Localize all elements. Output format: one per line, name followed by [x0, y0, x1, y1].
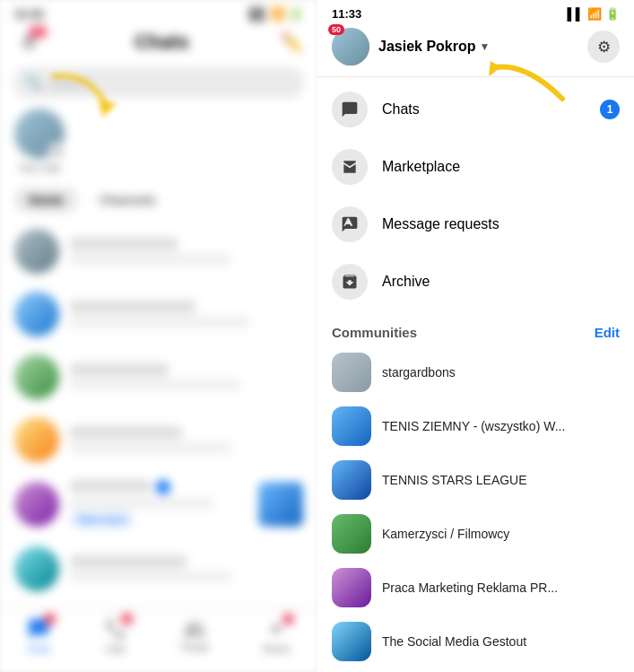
- community-item[interactable]: TENIS ZIEMNY - (wszystko) W...: [317, 399, 634, 453]
- profile-avatar: 50: [332, 28, 369, 65]
- left-panel: 11:31 ▌▌ 📶 🔋 ☰ 41 Chats ✏️ 🔍 Search: [0, 0, 317, 672]
- community-item[interactable]: Praca Marketing Reklama PR...: [317, 561, 634, 615]
- menu-message-requests-label: Message requests: [382, 216, 620, 232]
- wifi-icon: 📶: [587, 7, 602, 21]
- right-time: 11:33: [332, 7, 361, 21]
- community-name: Praca Marketing Reklama PR...: [382, 580, 558, 595]
- community-name: Kamerzysci / Filmowcy: [382, 527, 509, 541]
- chevron-down-icon: ▼: [480, 40, 491, 53]
- communities-edit-button[interactable]: Edit: [595, 325, 620, 340]
- community-list: stargardbons TENIS ZIEMNY - (wszystko) W…: [317, 345, 634, 672]
- community-avatar: [332, 460, 371, 500]
- message-requests-icon: [332, 206, 368, 242]
- menu-archive-label: Archive: [382, 274, 620, 290]
- menu-marketplace-label: Marketplace: [382, 159, 620, 175]
- profile-name-row: Jasiek Pokrop ▼: [378, 39, 490, 55]
- community-name: stargardbons: [382, 365, 456, 380]
- gear-icon: ⚙: [597, 38, 611, 57]
- battery-icon: 🔋: [605, 7, 620, 21]
- menu-item-chats[interactable]: Chats 1: [317, 81, 634, 138]
- menu-list: Chats 1 Marketplace Message requests: [317, 77, 634, 314]
- right-status-bar: 11:33 ▌▌ 📶 🔋: [317, 0, 634, 24]
- right-status-icons: ▌▌ 📶 🔋: [568, 7, 620, 21]
- menu-item-message-requests[interactable]: Message requests: [317, 196, 634, 253]
- community-avatar: [332, 514, 371, 554]
- community-avatar: [332, 622, 371, 661]
- signal-icon: ▌▌: [568, 7, 584, 21]
- chats-badge: 1: [600, 100, 620, 119]
- right-panel: 11:33 ▌▌ 📶 🔋 50 Jasiek Pokrop ▼ ⚙: [317, 0, 634, 672]
- community-item[interactable]: The Social Media Gestout: [317, 615, 634, 668]
- community-name: TENIS ZIEMNY - (wszystko) W...: [382, 419, 565, 433]
- community-avatar: [332, 353, 371, 392]
- profile-name-text: Jasiek Pokrop: [378, 39, 476, 55]
- community-avatar: [332, 568, 371, 607]
- marketplace-menu-icon: [332, 149, 368, 185]
- communities-title: Communities: [332, 325, 417, 340]
- community-avatar: [332, 406, 371, 446]
- menu-item-archive[interactable]: Archive: [317, 253, 634, 310]
- community-item[interactable]: Kamerzysci / Filmowcy: [317, 507, 634, 561]
- right-header: 50 Jasiek Pokrop ▼ ⚙: [317, 24, 634, 77]
- menu-item-marketplace[interactable]: Marketplace: [317, 138, 634, 196]
- communities-section-header: Communities Edit: [317, 314, 634, 345]
- archive-menu-icon: [332, 264, 368, 300]
- community-item[interactable]: stargardbons: [317, 345, 634, 399]
- chats-menu-icon: [332, 92, 368, 127]
- community-name: TENNIS STARS LEAGUE: [382, 473, 527, 487]
- menu-chats-label: Chats: [382, 101, 586, 118]
- profile-notification-badge: 50: [328, 24, 344, 35]
- community-item[interactable]: TENNIS STARS LEAGUE: [317, 453, 634, 507]
- user-profile[interactable]: 50 Jasiek Pokrop ▼: [332, 28, 490, 65]
- settings-gear-button[interactable]: ⚙: [587, 31, 620, 63]
- community-item[interactable]: Jak Będzie W GOH? - Murem Z...: [317, 668, 634, 672]
- community-name: The Social Media Gestout: [382, 634, 526, 649]
